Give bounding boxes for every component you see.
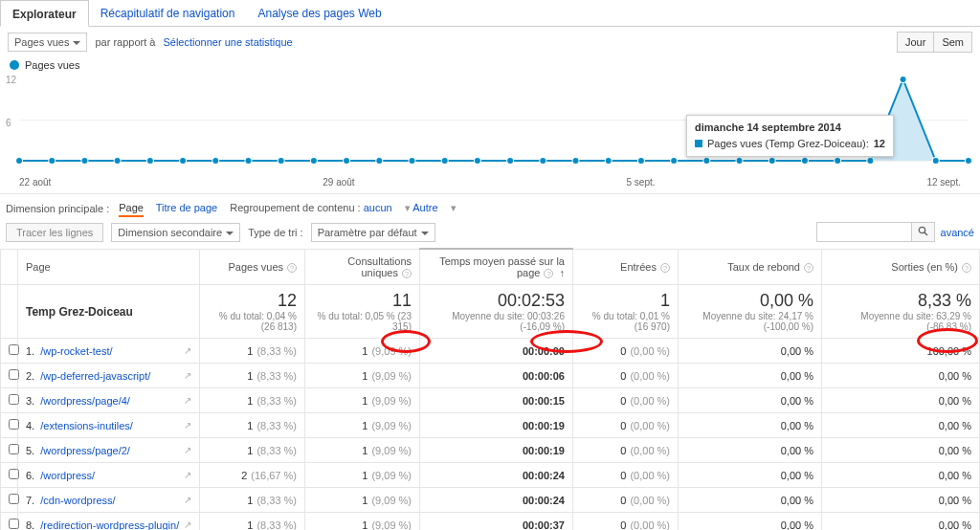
external-link-icon[interactable]: ↗ [184,345,191,356]
totals-row: Temp Grez-Doiceau 12% du total: 0,04 % (… [1,285,980,339]
tooltip-marker-icon [695,140,702,147]
page-link[interactable]: /wp-deferred-javascript/ [40,370,150,382]
dim-page-title[interactable]: Titre de page [156,202,217,213]
help-icon[interactable]: ? [660,263,670,273]
entries-cell: 0(0,00 %) [573,463,679,488]
page-cell: 8. /redirection-wordpress-plugin/↗ [18,513,200,531]
svg-point-18 [540,158,546,165]
svg-point-27 [835,158,841,165]
svg-point-8 [212,158,219,165]
select-stat-link[interactable]: Sélectionner une statistique [163,36,292,48]
chart-area: 12 6 dimanche 14 septembre 2014 Pages vu… [0,75,980,175]
unique-cell: 1(9,09 %) [305,463,420,488]
pv-cell: 1(8,33 %) [200,364,305,388]
col-entries[interactable]: Entrées? [573,249,679,285]
exits-cell: 0,00 % [822,413,980,438]
col-pageviews[interactable]: Pages vues? [200,249,305,285]
row-index: 2. [26,370,34,382]
dim-other[interactable]: Autre [412,202,437,213]
row-checkbox[interactable] [9,494,19,504]
chart-legend: Pages vues [0,57,980,75]
svg-point-16 [474,158,480,165]
page-link[interactable]: /cdn-wordpress/ [40,495,115,506]
col-exits[interactable]: Sorties (en %)? [822,249,980,285]
tab-navigation-summary[interactable]: Récapitulatif de navigation [89,0,247,26]
tab-explorer[interactable]: Explorateur [0,0,89,27]
external-link-icon[interactable]: ↗ [184,495,191,505]
help-icon[interactable]: ? [804,263,813,273]
table-row: 8. /redirection-wordpress-plugin/↗1(8,33… [1,513,980,531]
row-checkbox[interactable] [9,469,19,479]
external-link-icon[interactable]: ↗ [184,470,191,480]
row-checkbox[interactable] [9,419,19,430]
search-button[interactable] [912,222,935,242]
svg-point-6 [146,158,153,165]
sort-type-selector[interactable]: Paramètre par défaut [311,223,435,242]
table-row: 4. /extensions-inutiles/↗1(8,33 %)1(9,09… [1,413,980,438]
svg-point-9 [245,158,252,165]
search-input[interactable] [816,222,912,242]
external-link-icon[interactable]: ↗ [184,445,191,455]
row-checkbox[interactable] [9,394,19,405]
svg-point-20 [605,158,612,165]
advanced-filter-link[interactable]: avancé [941,227,974,238]
col-page[interactable]: Page [18,249,200,285]
chevron-down-icon: ▾ [451,202,457,213]
external-link-icon[interactable]: ↗ [184,519,191,530]
pv-cell: 1(8,33 %) [200,438,305,463]
row-checkbox[interactable] [9,344,19,355]
page-link[interactable]: /wordpress/ [40,470,95,481]
svg-point-17 [507,158,514,165]
table-row: 7. /cdn-wordpress/↗1(8,33 %)1(9,09 %)00:… [1,488,980,513]
help-icon[interactable]: ? [287,263,297,273]
exits-cell: 0,00 % [822,513,980,531]
help-icon[interactable]: ? [402,269,412,278]
svg-point-2 [16,158,23,165]
entries-cell: 0(0,00 %) [573,413,679,438]
col-unique[interactable]: Consultations uniques? [305,249,420,285]
row-checkbox[interactable] [9,444,19,454]
page-link[interactable]: /wordpress/page/4/ [40,395,130,407]
row-index: 1. [26,345,34,357]
help-icon[interactable]: ? [962,263,971,273]
external-link-icon[interactable]: ↗ [184,395,191,406]
dim-content-group-none[interactable]: aucun [364,202,392,213]
page-cell: 1. /wp-rocket-test/↗ [18,339,200,364]
chevron-down-icon: ▾ [405,202,411,213]
page-link[interactable]: /redirection-wordpress-plugin/ [40,519,179,531]
col-avg-time[interactable]: Temps moyen passé sur la page? ↑ [420,249,573,285]
secondary-dimension-selector[interactable]: Dimension secondaire [111,223,240,242]
svg-point-12 [344,158,350,165]
external-link-icon[interactable]: ↗ [184,370,191,381]
svg-point-28 [867,158,874,165]
avgtime-cell: 00:00:19 [420,413,573,438]
unique-cell: 1(9,09 %) [305,438,420,463]
row-checkbox[interactable] [9,369,19,380]
help-icon[interactable]: ? [544,269,553,278]
metric-selector[interactable]: Pages vues [8,33,87,52]
plot-rows-button[interactable]: Tracer les lignes [6,223,103,242]
granularity-week-button[interactable]: Sem [934,32,972,53]
row-checkbox[interactable] [9,519,19,529]
granularity-day-button[interactable]: Jour [897,32,934,53]
page-link[interactable]: /wp-rocket-test/ [40,345,112,357]
dim-page[interactable]: Page [119,202,144,217]
entries-cell: 0(0,00 %) [573,438,679,463]
table-row: 2. /wp-deferred-javascript/↗1(8,33 %)1(9… [1,364,980,388]
table-row: 6. /wordpress/↗2(16,67 %)1(9,09 %)00:00:… [1,463,980,488]
page-link[interactable]: /extensions-inutiles/ [40,420,133,431]
tab-inpage-analytics[interactable]: Analyse des pages Web [246,0,392,26]
svg-line-33 [924,232,927,235]
primary-dimension-row: Dimension principale : Page Titre de pag… [0,193,980,216]
col-bounce[interactable]: Taux de rebond? [679,249,822,285]
exits-cell: 100,00 % [822,339,980,364]
bounce-cell: 0,00 % [679,488,822,513]
page-link[interactable]: /wordpress/page/2/ [40,445,130,456]
svg-point-19 [572,158,579,165]
external-link-icon[interactable]: ↗ [184,420,191,431]
svg-point-26 [801,158,808,165]
svg-point-11 [310,158,317,165]
entries-cell: 0(0,00 %) [573,388,679,413]
page-cell: 4. /extensions-inutiles/↗ [18,413,200,438]
svg-point-32 [919,227,924,232]
